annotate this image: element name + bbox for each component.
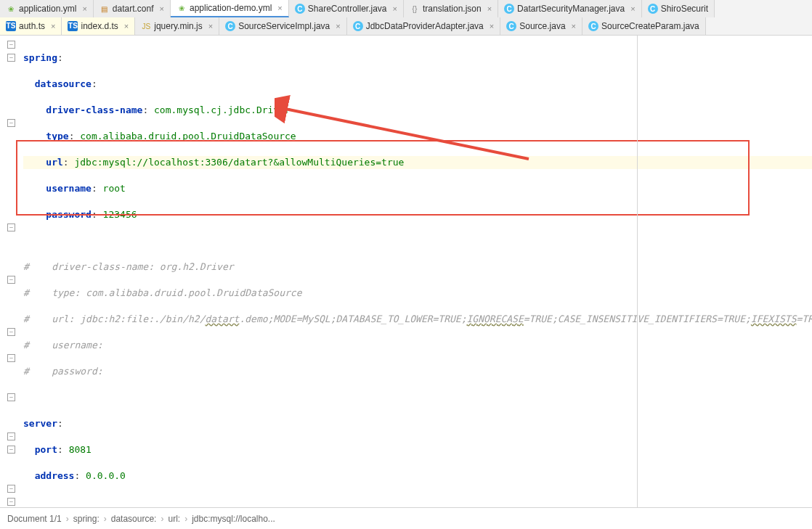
breadcrumb-item[interactable]: Document 1/1 <box>7 514 62 524</box>
fold-marker[interactable]: − <box>7 276 15 284</box>
close-icon[interactable]: × <box>160 4 164 13</box>
value: jdbc:mysql://localhost:3306/datart?&allo… <box>74 157 404 168</box>
editor-tab[interactable]: {}translation.json× <box>404 0 498 17</box>
key: url <box>46 157 62 168</box>
editor-tab[interactable]: CDatartSecurityManager.java× <box>498 0 642 17</box>
editor-tab[interactable]: CSourceCreateParam.java <box>582 17 706 35</box>
key: server <box>23 418 57 429</box>
fold-marker[interactable]: − <box>7 354 15 362</box>
key: spring <box>23 52 57 63</box>
tab-label: datart.conf <box>113 4 154 14</box>
code-editor[interactable]: − − − − − − − − − − − − spring: datasour… <box>0 36 812 509</box>
tab-label: SourceCreateParam.java <box>601 21 699 31</box>
editor-tab[interactable]: ❀application-demo.yml× <box>171 0 289 17</box>
fold-marker[interactable]: − <box>7 485 15 493</box>
ts-icon: TS <box>6 21 16 31</box>
value: 123456 <box>103 209 137 220</box>
tab-label: DatartSecurityManager.java <box>517 4 625 14</box>
tab-label: ShareController.java <box>308 4 387 14</box>
close-icon[interactable]: × <box>490 22 494 30</box>
fold-marker[interactable]: − <box>7 54 15 62</box>
json-icon: {} <box>410 4 420 14</box>
fold-marker[interactable]: − <box>7 224 15 231</box>
colon: : <box>69 131 81 142</box>
comment: # password: <box>23 366 103 377</box>
chevron-right-icon: › <box>161 514 163 524</box>
tab-label: index.d.ts <box>81 21 118 31</box>
colon: : <box>92 209 103 220</box>
colon: : <box>142 104 154 115</box>
close-icon[interactable]: × <box>208 22 213 30</box>
editor-tab[interactable]: TSauth.ts× <box>0 17 62 35</box>
split-divider[interactable] <box>637 35 638 508</box>
editor-tab[interactable]: ❀application.yml× <box>0 0 94 17</box>
java-class-icon: C <box>353 21 363 31</box>
colon: : <box>57 444 69 455</box>
editor-tab[interactable]: CShareController.java× <box>289 0 404 17</box>
colon: : <box>92 78 97 89</box>
key: password <box>46 209 92 220</box>
config-icon: ▤ <box>100 4 110 14</box>
value: root <box>103 183 126 194</box>
js-icon: JS <box>141 21 151 31</box>
editor-tab[interactable]: CJdbcDataProviderAdapter.java× <box>347 17 501 35</box>
java-class-icon: C <box>588 21 598 31</box>
fold-marker[interactable]: − <box>7 328 15 336</box>
value: 8081 <box>69 444 92 455</box>
editor-tab[interactable]: ▤datart.conf× <box>94 0 171 17</box>
key: driver-class-name <box>46 104 142 115</box>
tab-label: JdbcDataProviderAdapter.java <box>366 21 484 31</box>
editor-tab[interactable]: CShiroSecurit <box>642 0 715 17</box>
editor-tab[interactable]: TSindex.d.ts× <box>62 17 135 35</box>
editor-tab[interactable]: CSourceServiceImpl.java× <box>219 17 347 35</box>
key: type <box>46 131 68 142</box>
close-icon[interactable]: × <box>82 4 86 13</box>
java-class-icon: C <box>648 4 658 14</box>
tab-label: Source.java <box>519 21 565 31</box>
tab-label: application.yml <box>19 4 76 14</box>
ts-icon: TS <box>68 21 78 31</box>
editor-tab[interactable]: CSource.java× <box>500 17 582 35</box>
fold-marker[interactable]: − <box>7 446 15 454</box>
close-icon[interactable]: × <box>487 4 492 13</box>
tab-label: auth.ts <box>19 21 45 31</box>
close-icon[interactable]: × <box>336 22 340 30</box>
tab-row-2: TSauth.ts×TSindex.d.ts×JSjquery.min.js×C… <box>0 17 812 35</box>
breadcrumb-item[interactable]: datasource: <box>111 514 157 524</box>
key: port <box>35 444 57 455</box>
chevron-right-icon: › <box>104 514 107 524</box>
close-icon[interactable]: × <box>124 22 129 30</box>
close-icon[interactable]: × <box>51 22 55 30</box>
java-class-icon: C <box>506 21 516 31</box>
breadcrumb-item[interactable]: url: <box>168 514 180 524</box>
breadcrumb-item[interactable]: jdbc:mysql://localho... <box>192 514 275 524</box>
java-class-icon: C <box>504 4 514 14</box>
comment: # username: <box>23 340 103 350</box>
close-icon[interactable]: × <box>393 4 397 13</box>
key: datasource <box>35 78 92 89</box>
breadcrumb-item[interactable]: spring: <box>73 514 100 524</box>
key: username <box>46 183 92 194</box>
tab-label: SourceServiceImpl.java <box>238 21 330 31</box>
fold-marker[interactable]: − <box>7 119 15 127</box>
editor-tab[interactable]: JSjquery.min.js× <box>135 17 219 35</box>
comment: # url: jdbc:h2:file:./bin/h2/datart.demo… <box>23 313 812 324</box>
code-area[interactable]: spring: datasource: driver-class-name: c… <box>0 38 812 509</box>
comment: # type: com.alibaba.druid.pool.DruidData… <box>23 287 302 298</box>
spring-icon: ❀ <box>176 3 187 13</box>
fold-marker[interactable]: − <box>7 498 15 506</box>
value: 0.0.0.0 <box>86 470 126 481</box>
fold-marker[interactable]: − <box>7 41 15 49</box>
close-icon[interactable]: × <box>572 22 576 30</box>
fold-marker[interactable]: − <box>7 432 15 440</box>
comment: # driver-class-name: org.h2.Driver <box>23 261 234 272</box>
java-class-icon: C <box>295 4 305 14</box>
colon: : <box>57 418 63 429</box>
breadcrumb: Document 1/1› spring:› datasource:› url:… <box>0 507 812 529</box>
spring-icon: ❀ <box>6 4 16 14</box>
colon: : <box>74 470 86 481</box>
fold-marker[interactable]: − <box>7 393 15 401</box>
tab-label: translation.json <box>423 4 482 14</box>
close-icon[interactable]: × <box>630 4 635 13</box>
close-icon[interactable]: × <box>277 4 282 12</box>
